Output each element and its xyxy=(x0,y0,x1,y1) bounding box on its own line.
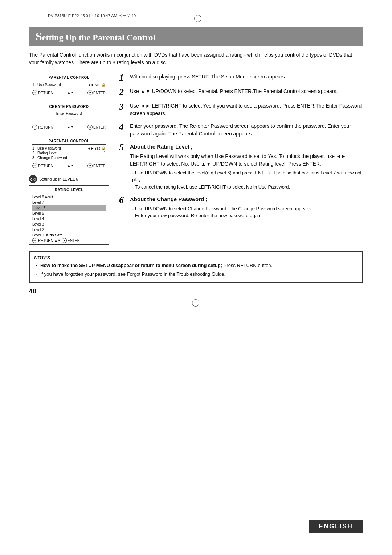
left-column: PARENTAL CONTROL 1 Use Password ◄►No 🔒 ↩… xyxy=(29,73,109,245)
page-title-first-letter: S xyxy=(36,30,42,43)
eg-text: Setting up in LEVEL 6 xyxy=(39,177,78,181)
step-5-bullets: - Use UP/DOWN to select the level(e.g.Le… xyxy=(130,169,363,191)
rating-item-8: Level 8 Adult xyxy=(32,194,106,200)
screen3-row-3: 3 Change Password xyxy=(32,155,106,160)
step-6-bullet-2: - Enter your new password. Re-enter the … xyxy=(130,212,363,219)
top-registration-marks: DV-P313U-E P22-45 01.4.10 10:47 AM ページ 4… xyxy=(29,13,363,25)
screen3-arrows: ▲▼ xyxy=(67,164,74,167)
screen3-enter: ● ENTER xyxy=(87,163,106,168)
step-5-bullet-1: - Use UP/DOWN to select the level(e.g.Le… xyxy=(130,169,363,183)
screen-rating-level: RATING LEVEL Level 8 Adult Level 7 Level… xyxy=(29,185,109,245)
step-4: 4 Enter your password. The Re-enter Pass… xyxy=(119,122,363,138)
step-6-head: About the Change Password ; xyxy=(130,195,363,204)
page-title-box: S etting Up the Parental Control xyxy=(29,27,363,46)
screen3-row-1: 1 Use Password ◄►Yes 🔒 xyxy=(32,146,106,151)
step-2-number: 2 xyxy=(119,88,126,97)
notes-title: NOTES xyxy=(34,255,358,260)
screen1-arrows: ▲▼ xyxy=(67,91,74,94)
step-1: 1 With no disc playing, press SETUP. The… xyxy=(119,73,363,82)
return-circle-icon: ↩ xyxy=(32,90,37,95)
top-right-mark xyxy=(348,13,363,21)
screen4-return: ↩ RETURN xyxy=(32,238,53,243)
return-circle-4-icon: ↩ xyxy=(32,238,37,243)
step-6-bullet-1: - Use UP/DOWN to select Change Password.… xyxy=(130,205,363,212)
notes-bullet-1: ・ How to make the SETUP MENU disappear o… xyxy=(34,262,358,269)
screen1-title: PARENTAL CONTROL xyxy=(32,76,106,81)
screen3-label-2: Rating Level xyxy=(37,151,58,155)
enter-circle-2-icon: ● xyxy=(87,125,93,130)
screen3-footer: ↩ RETURN ▲▼ ● ENTER xyxy=(32,162,106,168)
screen2-footer: ↩ RETURN ▲▼ ● ENTER xyxy=(32,123,106,130)
screen3-row-2: 2 Rating Level 1 xyxy=(32,151,106,155)
step-5-bullet-2: - To cancel the rating level, use LEFT/R… xyxy=(130,183,363,191)
bottom-center-crosshair xyxy=(190,297,202,309)
intro-text: The Parental Control function works in c… xyxy=(29,51,363,66)
rating-item-1: Level 1 Kids Safe xyxy=(32,232,106,238)
screen1-enter: ● ENTER xyxy=(87,90,106,95)
screen1-label: Use Password xyxy=(37,83,61,87)
screen3-label-3: Change Password xyxy=(37,156,67,160)
step-3: 3 Use ◄► LEFT/RIGHT to select Yes if you… xyxy=(119,102,363,117)
rating-item-2: Level 2 xyxy=(32,227,106,232)
step-6-bullets: - Use UP/DOWN to select Change Password.… xyxy=(130,205,363,219)
screen1-return: ↩ RETURN xyxy=(32,90,53,95)
screen4-enter: ● ENTER xyxy=(62,238,80,243)
eg-badge: e.g xyxy=(29,175,37,183)
step-4-number: 4 xyxy=(119,122,126,132)
step-4-text: Enter your password. The Re-enter Passwo… xyxy=(130,122,363,138)
rating-item-7: Level 7 xyxy=(32,200,106,205)
step-3-number: 3 xyxy=(119,102,126,112)
rating-item-5: Level 5 xyxy=(32,211,106,216)
step-6-number: 6 xyxy=(119,195,126,205)
step-6-text: About the Change Password ; - Use UP/DOW… xyxy=(130,195,363,219)
screen2-label: Enter Password xyxy=(32,112,106,116)
bottom-right-mark xyxy=(348,301,363,309)
page: DV-P313U-E P22-45 01.4.10 10:47 AM ページ 4… xyxy=(0,0,392,555)
screen-create-password: CREATE PASSWORD Enter Password - - - - ↩… xyxy=(29,102,109,131)
notes-bullet-1-text: Press RETURN button. xyxy=(224,263,272,268)
enter-circle-4-icon: ● xyxy=(62,238,67,243)
notes-bullet-2: ・ If you have forgotten your password, s… xyxy=(34,271,358,278)
screen1-value: ◄►No 🔒 xyxy=(87,83,106,87)
notes-box: NOTES ・ How to make the SETUP MENU disap… xyxy=(29,251,363,283)
page-number: 40 xyxy=(29,288,363,295)
top-center-crosshair xyxy=(192,13,204,25)
step-5-head: About the Rating Level ; xyxy=(130,143,363,151)
screen3-title: PARENTAL CONTROL xyxy=(32,139,106,145)
english-badge: ENGLISH xyxy=(309,520,363,533)
bottom-registration-marks xyxy=(29,297,363,309)
notes-bullet-1-bold: How to make the SETUP MENU disappear or … xyxy=(40,263,222,268)
screen3-return: ↩ RETURN xyxy=(32,163,53,168)
screen3-value-2: 1 xyxy=(103,151,106,155)
enter-circle-3-icon: ● xyxy=(87,163,93,168)
return-circle-3-icon: ↩ xyxy=(32,163,37,168)
eg-label-row: e.g Setting up in LEVEL 6 xyxy=(29,175,78,183)
screen2-arrows: ▲▼ xyxy=(67,125,74,129)
screen1-footer: ↩ RETURN ▲▼ ● ENTER xyxy=(32,89,106,95)
step-2-text: Use ▲▼ UP/DOWN to select Parental. Press… xyxy=(130,88,363,95)
step-1-text: With no disc playing, press SETUP. The S… xyxy=(130,73,363,81)
screen-parental-control-2: PARENTAL CONTROL 1 Use Password ◄►Yes 🔒 … xyxy=(29,137,109,170)
screen3-value-1: ◄►Yes 🔒 xyxy=(87,146,106,150)
screen1-row-1: 1 Use Password ◄►No 🔒 xyxy=(32,82,106,87)
step-6: 6 About the Change Password ; - Use UP/D… xyxy=(119,195,363,219)
step-5-body: The Rating Level will work only when Use… xyxy=(130,153,363,168)
screen2-title: CREATE PASSWORD xyxy=(32,105,106,110)
screen-parental-control-1: PARENTAL CONTROL 1 Use Password ◄►No 🔒 ↩… xyxy=(29,73,109,97)
header-meta: DV-P313U-E P22-45 01.4.10 10:47 AM ページ 4… xyxy=(44,13,192,19)
enter-circle-icon: ● xyxy=(87,90,93,95)
screen2-dots: - - - - xyxy=(32,116,106,122)
right-column: 1 With no disc playing, press SETUP. The… xyxy=(119,73,363,245)
step-5-text: About the Rating Level ; The Rating Leve… xyxy=(130,143,363,190)
top-left-mark xyxy=(29,13,44,21)
screen4-footer: ↩ RETURN ▲▼ ● ENTER xyxy=(32,238,106,243)
screen2-return: ↩ RETURN xyxy=(32,125,53,130)
rating-item-3: Level 3 xyxy=(32,222,106,227)
main-content: PARENTAL CONTROL 1 Use Password ◄►No 🔒 ↩… xyxy=(29,73,363,245)
screen3-label-1: Use Password xyxy=(37,146,61,150)
notes-bullet-2-text: If you have forgotten your password, see… xyxy=(40,271,225,278)
step-5: 5 About the Rating Level ; The Rating Le… xyxy=(119,143,363,190)
step-5-number: 5 xyxy=(119,143,126,152)
bottom-left-mark xyxy=(29,301,44,309)
screen2-enter: ● ENTER xyxy=(87,125,106,130)
